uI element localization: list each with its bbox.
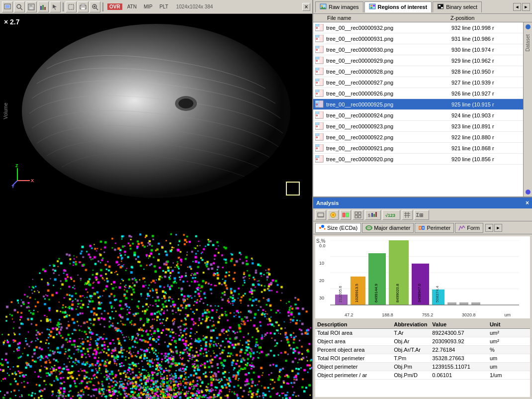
file-row[interactable]: ✣ tree_00__rec00000924.png 924 line (10.… — [313, 110, 523, 121]
file-z: 927 line (10.939 r — [451, 80, 521, 86]
atn-btn[interactable]: ATN — [125, 3, 139, 10]
file-row[interactable]: ✣ tree_00__rec00000922.png 922 line (10.… — [313, 132, 523, 143]
col-name-header: File name — [315, 15, 450, 21]
row-abbr: T.Pm — [394, 355, 432, 361]
file-name: tree_00__rec00000924.png — [326, 112, 451, 118]
svg-point-2 — [17, 4, 21, 8]
file-list-header: File name Z-position — [313, 14, 532, 22]
analysis-btn-4[interactable] — [353, 210, 363, 220]
separator2 — [102, 2, 103, 11]
svg-point-113 — [324, 228, 326, 229]
file-icon: ✣ — [315, 155, 324, 163]
row-abbr: Obj.Pm/D — [394, 372, 432, 378]
file-row[interactable]: ✣ tree_00__rec00000931.png 931 line (10.… — [313, 33, 523, 44]
file-row[interactable]: ✣ tree_00__rec00000929.png 929 line (10.… — [313, 55, 523, 66]
header-abbr: Abbreviation — [394, 321, 432, 327]
file-row[interactable]: ✣ tree_00__rec00000920.png 920 line (10.… — [313, 154, 523, 165]
tab-binary[interactable]: Binary select — [433, 1, 482, 12]
analysis-btn-3[interactable] — [340, 210, 351, 220]
svg-line-18 — [96, 8, 98, 10]
svg-rect-100 — [358, 215, 361, 218]
form-icon — [458, 224, 465, 231]
file-z: 930 line (10.974 r — [451, 47, 521, 53]
file-row[interactable]: ✣ tree_00__rec00000921.png 921 line (10.… — [313, 143, 523, 154]
file-z: 929 line (10.962 r — [451, 58, 521, 64]
analysis-btn-sigma[interactable]: Σ⊞ — [414, 210, 429, 220]
rect-btn[interactable] — [66, 1, 77, 12]
data-table[interactable]: Description Abbreviation Value Unit Tota… — [315, 320, 530, 397]
tab-major-diameter[interactable]: Major diameter — [362, 223, 414, 233]
file-z: 932 line (10.998 r — [451, 25, 521, 31]
tab-raw-images[interactable]: Raw images — [315, 1, 363, 12]
file-icon: ✣ — [315, 24, 324, 32]
svg-rect-90 — [319, 155, 323, 162]
chart-tab-right[interactable]: ► — [494, 224, 502, 232]
zoom2-btn[interactable] — [89, 1, 100, 12]
file-z: 921 line (10.868 r — [451, 145, 521, 151]
analysis-btn-2[interactable] — [328, 210, 339, 220]
file-list-section: Raw images Regions of interest — [313, 0, 532, 197]
nav-right[interactable]: ► — [522, 3, 530, 11]
row-abbr: Obj.Ar — [394, 338, 432, 344]
analysis-btn-1[interactable] — [315, 210, 326, 220]
selection-box — [286, 182, 300, 196]
file-z: 931 line (10.986 r — [451, 36, 521, 42]
tab-perimeter[interactable]: Perimeter — [415, 223, 454, 233]
tab-form[interactable]: Form — [455, 223, 483, 233]
tab-perimeter-label: Perimeter — [427, 225, 450, 231]
analysis-title: Analysis — [316, 200, 339, 206]
zoom-btn[interactable] — [14, 1, 25, 12]
tab-binary-label: Binary select — [446, 4, 477, 10]
tab-size[interactable]: Size (ECDa) — [315, 223, 361, 233]
file-row[interactable]: ✣ tree_00__rec00000927.png 927 line (10.… — [313, 77, 523, 88]
file-icon: ✣ — [315, 46, 324, 54]
nav-left[interactable]: ◄ — [513, 3, 521, 11]
file-name: tree_00__rec00000927.png — [326, 80, 451, 86]
scatter-plot-container — [0, 208, 312, 399]
analysis-btn-123[interactable]: √123 — [382, 210, 400, 220]
tab-regions[interactable]: Regions of interest — [364, 1, 432, 12]
svg-rect-103 — [373, 214, 375, 217]
svg-rect-42 — [319, 24, 323, 31]
img-btn[interactable] — [2, 1, 13, 12]
file-row[interactable]: ✣ tree_00__rec00000928.png 928 line (10.… — [313, 66, 523, 77]
svg-point-22 — [178, 99, 193, 108]
svg-rect-117 — [422, 226, 424, 229]
file-row[interactable]: ✣ tree_00__rec00000923.png 923 line (10.… — [313, 121, 523, 132]
file-name: tree_00__rec00000932.png — [326, 25, 451, 31]
mip-btn[interactable]: MIP — [142, 3, 155, 10]
file-row[interactable]: ✣ tree_00__rec00000932.png 932 line (10.… — [313, 22, 523, 33]
ovr-btn[interactable]: OVR — [107, 3, 122, 10]
brain-scan-image — [0, 14, 312, 208]
svg-rect-116 — [419, 226, 421, 229]
plt-btn[interactable]: PLT — [158, 3, 171, 10]
print-btn[interactable] — [78, 1, 89, 12]
svg-rect-58 — [319, 68, 323, 75]
brain-scan-container: × 2.7 Volume — [0, 14, 312, 208]
svg-point-112 — [321, 225, 324, 228]
file-row[interactable]: ✣ tree_00__rec00000925.png 925 line (10.… — [313, 99, 523, 110]
analysis-close-btn[interactable]: × — [526, 200, 529, 206]
file-row[interactable]: ✣ tree_00__rec00000926.png 926 line (10.… — [313, 88, 523, 99]
tabs-bar: Raw images Regions of interest — [313, 0, 532, 14]
file-row[interactable]: ✣ tree_00__rec00000930.png 930 line (10.… — [313, 44, 523, 55]
cursor-btn[interactable] — [50, 1, 61, 12]
tab-raw-images-label: Raw images — [329, 4, 359, 10]
axis-indicator: Z X Y — [10, 163, 35, 188]
x-label-2: 188.8 — [382, 312, 393, 317]
chart-btn[interactable] — [38, 1, 49, 12]
header-val: Value — [432, 321, 490, 327]
row-abbr: T.Ar — [394, 330, 432, 336]
save-btn[interactable] — [26, 1, 37, 12]
svg-rect-70 — [319, 100, 323, 107]
major-diam-icon — [365, 224, 372, 231]
file-list-scroll[interactable]: ✣ tree_00__rec00000932.png 932 line (10.… — [313, 22, 523, 197]
close-button[interactable]: × — [302, 3, 310, 11]
svg-rect-13 — [81, 4, 85, 6]
svg-point-30 — [321, 5, 323, 7]
chart-tab-left[interactable]: ◄ — [485, 224, 493, 232]
svg-rect-74 — [319, 111, 323, 118]
analysis-btn-chart[interactable]: $ — [365, 210, 381, 220]
data-table-header: Description Abbreviation Value Unit — [315, 320, 530, 329]
analysis-btn-grid[interactable] — [402, 210, 413, 220]
